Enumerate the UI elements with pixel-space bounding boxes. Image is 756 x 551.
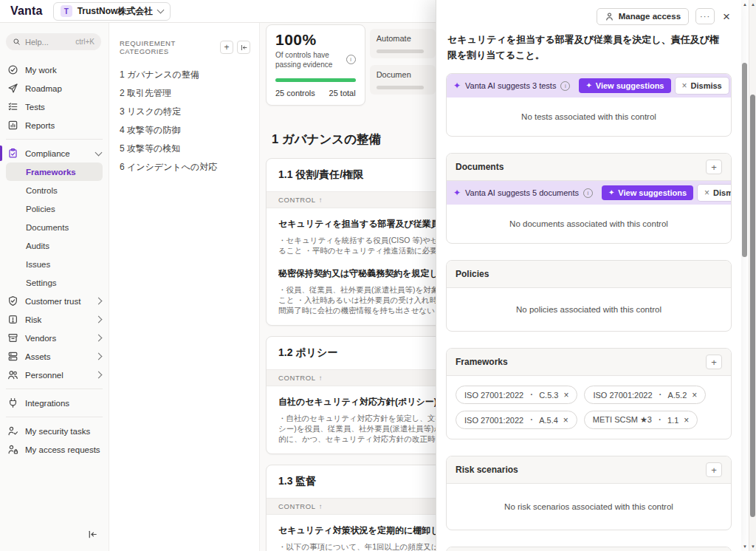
requirement-card-1-2: 1.2 ポリシー CONTROL↑ 自社のセキュリティ対応方針(ポリシー)を策定… [266, 336, 436, 454]
category-item[interactable]: 3 リスクの特定 [120, 103, 250, 121]
risk-icon [7, 314, 18, 325]
sidebar-item-integrations[interactable]: Integrations [0, 394, 109, 412]
topbar: Vanta T TrustNow株式会社 [0, 0, 436, 23]
panel-scrollbar[interactable]: ▲ ▼ [741, 0, 749, 551]
more-actions-button[interactable]: ··· [695, 8, 715, 24]
scroll-up-icon[interactable]: ▲ [749, 1, 756, 7]
evidence-stats: Automate Documen [370, 24, 436, 106]
personnel-icon [7, 369, 18, 380]
sidebar-item-policies[interactable]: Policies [6, 199, 103, 218]
sparkle-icon: ✦ [608, 189, 614, 196]
control-row[interactable]: セキュリティを担当する部署及び従業員を決定し ・セキュリティを統括する役員(CI… [278, 218, 436, 256]
requirement-card-title: 1.3 監督 [267, 465, 436, 499]
category-item[interactable]: 5 攻撃等の検知 [120, 140, 250, 158]
sidebar-item-controls[interactable]: Controls [6, 181, 103, 199]
collapse-categories-button[interactable] [237, 41, 250, 54]
remove-tag-icon[interactable]: × [684, 415, 689, 425]
sparkle-icon: ✦ [585, 82, 591, 89]
sidebar-item-risk[interactable]: Risk [0, 310, 109, 329]
info-icon[interactable]: i [583, 188, 593, 198]
view-suggestions-button[interactable]: ✦View suggestions [602, 185, 693, 200]
sidebar-item-settings[interactable]: Settings [6, 273, 103, 292]
ai-suggestion-banner: ✦ Vanta AI suggests 3 tests i ✦View sugg… [447, 74, 731, 97]
my-work-icon [7, 64, 18, 75]
info-icon[interactable]: i [560, 81, 570, 91]
frameworks-card: Frameworks + ISO 27001:2022・C.5.3 × ISO … [446, 348, 732, 439]
scroll-down-icon[interactable]: ▼ [749, 544, 756, 550]
framework-tag[interactable]: METI SCSM ★3・1.1 × [584, 411, 698, 429]
sidebar-item-issues[interactable]: Issues [6, 255, 103, 273]
framework-tag[interactable]: ISO 27001:2022・C.5.3 × [456, 386, 577, 404]
issues-card: Issues No issues associated with this co… [446, 547, 732, 551]
active-section-indicator [0, 146, 2, 161]
chevron-right-icon [95, 372, 103, 379]
scroll-up-icon[interactable]: ▲ [741, 1, 749, 7]
tests-card: ✦ Vanta AI suggests 3 tests i ✦View sugg… [446, 73, 732, 137]
sparkle-icon: ✦ [453, 81, 461, 90]
framework-tag[interactable]: ISO 27001:2022・A.5.2 × [584, 386, 706, 404]
sidebar-item-personnel[interactable]: Personnel [0, 366, 109, 384]
total-count: 25 total [329, 89, 356, 97]
add-framework-button[interactable]: + [706, 355, 722, 369]
close-panel-icon[interactable]: × [721, 10, 732, 23]
sidebar-item-roadmap[interactable]: Roadmap [0, 79, 109, 97]
requirement-categories-panel: REQUIREMENT CATEGORIES + 1 ガバナンスの整備 2 取引… [109, 23, 260, 551]
control-row[interactable]: 自社のセキュリティ対応方針(ポリシー)を策定し ・自社のセキュリティ対応方針を策… [278, 396, 436, 444]
main-content: 100% Of controls have passing evidence i… [260, 23, 436, 551]
control-row[interactable]: 秘密保持契約又は守秘義務契約を規定し、遵守さ ・役員、従業員、社外要員(派遣社員… [278, 267, 436, 315]
remove-tag-icon[interactable]: × [692, 390, 697, 400]
framework-tag[interactable]: ISO 27001:2022・A.5.4 × [456, 411, 577, 429]
compliance-icon [7, 148, 18, 159]
scrollbar-thumb[interactable] [742, 63, 747, 257]
category-item[interactable]: 1 ガバナンスの整備 [120, 66, 250, 84]
sidebar-item-my-access-requests[interactable]: My access requests [0, 440, 109, 459]
scroll-down-icon[interactable]: ▼ [741, 544, 749, 550]
remove-tag-icon[interactable]: × [563, 390, 568, 400]
control-row[interactable]: セキュリティ対策状況を定期的に棚卸し、見直し ・以下の事項について、年1回以上の… [278, 524, 436, 551]
category-item[interactable]: 2 取引先管理 [120, 84, 250, 103]
category-item[interactable]: 4 攻撃等の防御 [120, 121, 250, 140]
help-search-input[interactable]: Help... ctrl+K [6, 33, 101, 50]
roadmap-icon [7, 83, 18, 94]
dismiss-button[interactable]: ×Dismiss [676, 78, 729, 94]
sidebar-item-audits[interactable]: Audits [6, 236, 103, 255]
control-column-header[interactable]: CONTROL↑ [267, 370, 436, 386]
sidebar-item-vendors[interactable]: Vendors [0, 329, 109, 347]
categories-title: REQUIREMENT CATEGORIES [120, 39, 220, 55]
sidebar-item-my-security-tasks[interactable]: My security tasks [0, 422, 109, 440]
control-column-header[interactable]: CONTROL↑ [267, 192, 436, 208]
add-document-button[interactable]: + [706, 160, 722, 174]
sort-ascending-icon: ↑ [319, 502, 323, 510]
sidebar-item-assets[interactable]: Assets [0, 347, 109, 366]
add-category-button[interactable]: + [220, 41, 233, 54]
sidebar-item-customer-trust[interactable]: Customer trust [0, 292, 109, 310]
page-scrollbar[interactable]: ▲ ▼ [749, 0, 756, 551]
scrollbar-thumb[interactable] [750, 95, 755, 517]
risk-scenarios-empty-state: No risk scenarios associated with this c… [447, 484, 731, 530]
remove-tag-icon[interactable]: × [563, 415, 568, 425]
info-icon[interactable]: i [346, 55, 356, 64]
category-item[interactable]: 6 インシデントへの対応 [120, 158, 250, 177]
add-risk-scenario-button[interactable]: + [706, 462, 722, 477]
sidebar-item-my-work[interactable]: My work [0, 61, 109, 79]
sidebar-item-tests[interactable]: Tests [0, 97, 109, 116]
sort-ascending-icon: ↑ [319, 374, 323, 382]
control-column-header[interactable]: CONTROL↑ [267, 499, 436, 515]
view-suggestions-button[interactable]: ✦View suggestions [579, 78, 670, 93]
risk-scenarios-header: Risk scenarios [456, 465, 518, 475]
tests-icon [7, 101, 18, 112]
org-selector[interactable]: T TrustNow株式会社 [53, 2, 171, 21]
risk-scenarios-card: Risk scenarios + No risk scenarios assoc… [446, 456, 732, 530]
policies-empty-state: No policies associated with this control [447, 288, 731, 331]
reports-icon [7, 120, 18, 131]
sidebar-item-documents[interactable]: Documents [6, 218, 103, 236]
org-avatar: T [61, 5, 72, 17]
dismiss-button[interactable]: ×Dismiss [698, 185, 732, 201]
collapse-sidebar-button[interactable] [86, 527, 100, 544]
policies-header: Policies [456, 269, 489, 279]
chevron-down-icon [157, 7, 165, 14]
sidebar-item-frameworks[interactable]: Frameworks [6, 162, 103, 181]
sidebar-item-compliance[interactable]: Compliance [0, 144, 109, 162]
manage-access-button[interactable]: Manage access [597, 8, 689, 25]
sidebar-item-reports[interactable]: Reports [0, 116, 109, 134]
